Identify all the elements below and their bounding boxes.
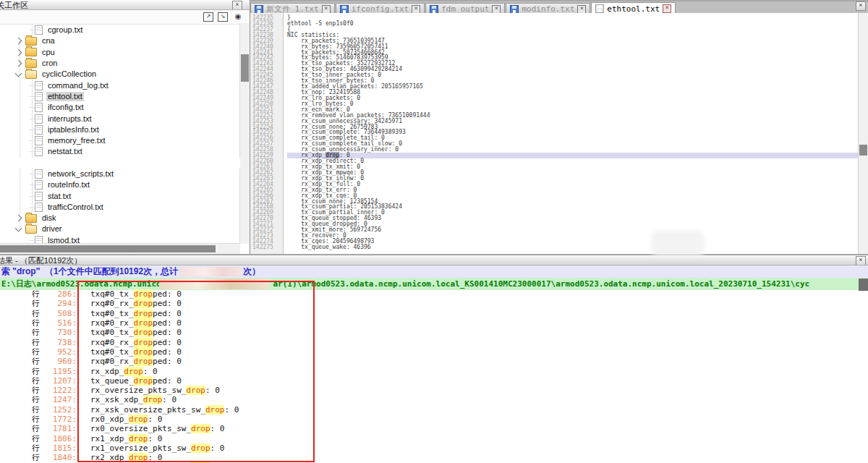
tree-item-label: cna	[41, 36, 56, 46]
text-before-match: rx1_xdp_	[90, 434, 129, 443]
tree-item-iptablesinfo-txt[interactable]: iptablesInfo.txt	[0, 124, 240, 135]
result-text: rx0_xdp_drop: 0	[90, 415, 162, 424]
result-text: rx_xsk_oversize_pkts_sw_drop: 0	[90, 405, 239, 415]
match-highlight: drop	[186, 386, 205, 395]
match-highlight: drop	[191, 424, 210, 433]
result-row[interactable]: 行1840:rx2_xdp_drop: 0	[0, 453, 868, 462]
result-text: rx1_oversize_pkts_sw_drop: 0	[90, 443, 224, 453]
result-row-list: 行286:txq#0_tx_dropped: 0行294:rxq#0_rx_dr…	[0, 289, 868, 463]
result-text: tx_queue_dropped: 0	[90, 376, 182, 386]
result-line-number: 730:	[43, 328, 77, 337]
file-tree[interactable]: cgroup.txtcnacpucroncyclicCollectioncomm…	[0, 23, 240, 244]
text-after-match: : 0	[224, 405, 239, 415]
result-row[interactable]: 行1195:rx_xdp_drop: 0	[0, 366, 868, 375]
editor-vertical-scrollbar[interactable]	[858, 13, 868, 254]
tree-item-ethtool-txt[interactable]: ethtool.txt	[0, 91, 240, 102]
result-line-number: 1252:	[43, 405, 77, 415]
tree-item-cycliccollection[interactable]: cyclicCollection	[0, 69, 240, 80]
tree-item-cna[interactable]: cna	[0, 35, 240, 46]
tree-item-routeinfo-txt[interactable]: routeInfo.txt	[0, 179, 240, 190]
file-icon	[35, 147, 43, 156]
tree-horizontal-scrollbar-thumb[interactable]	[0, 245, 216, 252]
result-row[interactable]: 行1815:rx1_oversize_pkts_sw_drop: 0	[0, 443, 868, 453]
result-row[interactable]: 行1781:rx0_oversize_pkts_sw_drop: 0	[0, 424, 868, 433]
result-row[interactable]: 行738:rxq#0_rx_dropped: 0	[0, 337, 868, 347]
match-highlight: drop	[129, 415, 148, 424]
result-row[interactable]: 行730:txq#0_tx_dropped: 0	[0, 328, 868, 337]
text-before-match: rx0_xdp_	[90, 415, 129, 424]
tree-item-cron[interactable]: cron	[0, 58, 240, 69]
tree-item-cgroup-txt[interactable]: cgroup.txt	[0, 25, 240, 35]
tabbar-close-icon[interactable]: ×	[856, 1, 866, 11]
tab-close-icon[interactable]: ×	[492, 5, 501, 14]
tab-close-icon[interactable]: ×	[322, 5, 331, 14]
editor-vertical-scrollbar-thumb[interactable]	[859, 145, 867, 156]
tree-item-memory-free-txt[interactable]: memory_free.txt	[0, 135, 240, 146]
file-icon	[35, 25, 43, 35]
text-before-match: rx_xsk_oversize_pkts_sw_	[90, 405, 205, 415]
save-icon	[340, 5, 349, 14]
text-before-match: rx_oversize_pkts_sw_	[90, 386, 186, 395]
match-highlight: drop	[205, 405, 225, 415]
tree-vertical-scrollbar[interactable]	[239, 23, 250, 244]
result-row[interactable]: 行1222:rx_oversize_pkts_sw_drop: 0	[0, 386, 868, 395]
tree-item-label: cgroup.txt	[46, 25, 84, 35]
tree-item-network-scripts-txt[interactable]: network_scripts.txt	[0, 169, 240, 179]
tree-item-stat-txt[interactable]: stat.txt	[0, 190, 240, 201]
tree-horizontal-scrollbar[interactable]	[0, 243, 240, 254]
matched-file-path[interactable]: E:\日志\armod0523.odata.ncmp.unicom.locaar…	[0, 278, 868, 290]
folder-icon	[25, 214, 37, 223]
file-icon	[35, 180, 43, 190]
tree-item-disk[interactable]: disk	[0, 213, 240, 224]
tree-item-cpu[interactable]: cpu	[0, 47, 240, 58]
chevron-down-icon[interactable]	[15, 69, 22, 77]
result-row[interactable]: 行1207:tx_queue_dropped: 0	[0, 376, 868, 386]
result-row[interactable]: 行294:rxq#0_rx_dropped: 0	[0, 299, 868, 308]
result-row[interactable]: 行960:rxq#0_rx_dropped: 0	[0, 357, 868, 366]
tree-gap	[0, 158, 240, 169]
result-row[interactable]: 行1806:rx1_xdp_drop: 0	[0, 433, 868, 443]
workspace-close-icon[interactable]: ×	[232, 1, 242, 10]
editor-line: 142236ethtool -S enp1s0f0	[250, 21, 859, 27]
file-icon	[35, 81, 43, 90]
line-text: ethtool -S enp1s0f0	[287, 21, 859, 27]
result-row[interactable]: 行1252:rx_xsk_oversize_pkts_sw_drop: 0	[0, 405, 868, 415]
locate-file-icon[interactable]: ◉	[232, 12, 244, 22]
line-text: }	[287, 15, 859, 21]
tab-close-icon[interactable]: ×	[663, 4, 671, 13]
chevron-down-icon[interactable]	[15, 225, 22, 232]
tree-item-driver[interactable]: driver	[0, 224, 240, 234]
text-before-match: txq#0_tx_	[90, 309, 134, 318]
result-row[interactable]: 行1247:rx_xsk_xdp_drop: 0	[0, 395, 868, 404]
line-text: tx_cqes: 204596498793	[287, 239, 859, 245]
tree-item-interrupts-txt[interactable]: interrupts.txt	[0, 113, 240, 124]
tree-vertical-scrollbar-thumb[interactable]	[241, 54, 249, 82]
line-text: rx_xdp_tx_inlnw: 0	[287, 176, 859, 182]
expand-all-icon[interactable]: ↗	[203, 12, 213, 22]
tree-item-label: netstat.txt	[46, 147, 84, 156]
result-row[interactable]: 行1772:rx0_xdp_drop: 0	[0, 415, 868, 424]
result-row[interactable]: 行516:rxq#0_rx_dropped: 0	[0, 318, 868, 328]
text-after-match: ped: 0	[153, 357, 182, 366]
editor-area[interactable]: 142235}142236ethtool -S enp1s0f0142237{1…	[250, 13, 859, 254]
tree-item-command-log-txt[interactable]: command_log.txt	[0, 80, 240, 90]
text-after-match: ped: 0	[153, 289, 182, 299]
chevron-right-icon[interactable]	[15, 38, 22, 45]
collapse-all-icon[interactable]: ↘	[218, 12, 228, 22]
match-highlight: drop	[124, 367, 143, 376]
tree-item-netstat-txt[interactable]: netstat.txt	[0, 146, 240, 157]
result-row[interactable]: 行286:txq#0_tx_dropped: 0	[0, 289, 868, 299]
tree-item-ifconfig-txt[interactable]: ifconfig.txt	[0, 102, 240, 113]
tab-close-icon[interactable]: ×	[412, 5, 420, 14]
results-close-icon[interactable]: ×	[856, 256, 866, 266]
workspace-toolbar: ↗ ↘ ◉	[0, 10, 250, 25]
result-row[interactable]: 行952:txq#0_tx_dropped: 0	[0, 347, 868, 357]
chevron-right-icon[interactable]	[15, 48, 22, 56]
chevron-right-icon[interactable]	[15, 215, 22, 222]
tree-item-trafficcontrol-txt[interactable]: trafficControl.txt	[0, 202, 240, 213]
result-row[interactable]: 行508:txq#0_tx_dropped: 0	[0, 309, 868, 318]
result-line-number: 1772:	[43, 415, 77, 424]
chevron-right-icon[interactable]	[15, 60, 22, 67]
text-after-match: ped: 0	[153, 318, 182, 328]
tab-close-icon[interactable]: ×	[577, 5, 586, 14]
